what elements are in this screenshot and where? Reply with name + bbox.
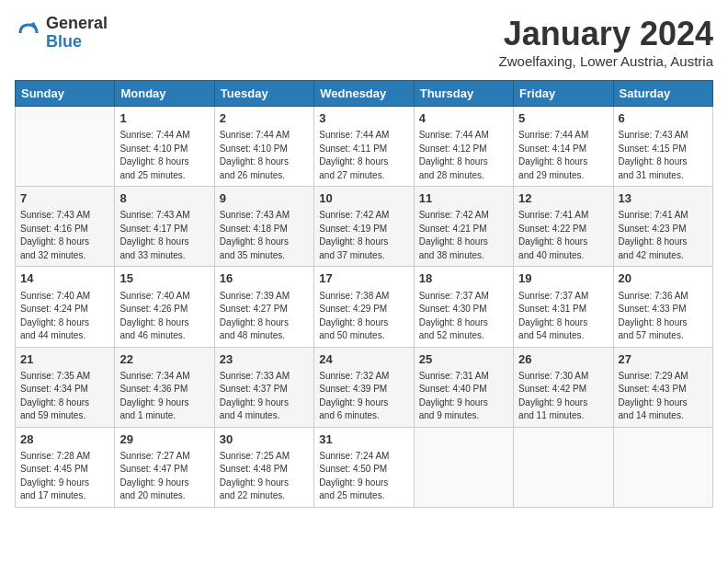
logo-text: General Blue [46, 15, 108, 52]
calendar-table: SundayMondayTuesdayWednesdayThursdayFrid… [15, 80, 713, 508]
calendar-cell: 13Sunrise: 7:41 AM Sunset: 4:23 PM Dayli… [613, 187, 712, 267]
calendar-cell: 1Sunrise: 7:44 AM Sunset: 4:10 PM Daylig… [115, 107, 214, 187]
day-number: 24 [319, 351, 408, 368]
logo-blue: Blue [46, 32, 82, 51]
calendar-cell: 29Sunrise: 7:27 AM Sunset: 4:47 PM Dayli… [115, 427, 214, 507]
calendar-cell: 25Sunrise: 7:31 AM Sunset: 4:40 PM Dayli… [414, 347, 513, 427]
calendar-cell: 10Sunrise: 7:42 AM Sunset: 4:19 PM Dayli… [314, 187, 414, 267]
calendar-cell: 3Sunrise: 7:44 AM Sunset: 4:11 PM Daylig… [314, 107, 414, 187]
day-number: 4 [419, 110, 508, 127]
day-info: Sunrise: 7:43 AM Sunset: 4:15 PM Dayligh… [619, 129, 708, 182]
day-info: Sunrise: 7:37 AM Sunset: 4:30 PM Dayligh… [419, 290, 508, 343]
weekday-header-cell: Wednesday [314, 81, 414, 107]
day-info: Sunrise: 7:27 AM Sunset: 4:47 PM Dayligh… [119, 450, 209, 503]
calendar-cell: 12Sunrise: 7:41 AM Sunset: 4:22 PM Dayli… [514, 187, 613, 267]
weekday-header-cell: Friday [514, 81, 613, 107]
day-number: 20 [619, 270, 708, 287]
weekday-header: SundayMondayTuesdayWednesdayThursdayFrid… [16, 81, 713, 107]
calendar-cell: 7Sunrise: 7:43 AM Sunset: 4:16 PM Daylig… [16, 187, 115, 267]
day-number: 3 [319, 110, 408, 127]
day-info: Sunrise: 7:42 AM Sunset: 4:19 PM Dayligh… [319, 209, 408, 262]
day-info: Sunrise: 7:40 AM Sunset: 4:26 PM Dayligh… [119, 290, 209, 343]
day-info: Sunrise: 7:29 AM Sunset: 4:43 PM Dayligh… [619, 370, 708, 423]
day-info: Sunrise: 7:34 AM Sunset: 4:36 PM Dayligh… [119, 370, 209, 423]
day-number: 10 [319, 190, 408, 207]
day-info: Sunrise: 7:44 AM Sunset: 4:10 PM Dayligh… [220, 129, 309, 182]
day-number: 6 [619, 110, 708, 127]
day-number: 23 [220, 351, 309, 368]
day-info: Sunrise: 7:38 AM Sunset: 4:29 PM Dayligh… [319, 290, 408, 343]
day-number: 17 [319, 270, 408, 287]
day-number: 29 [119, 431, 209, 448]
day-info: Sunrise: 7:30 AM Sunset: 4:42 PM Dayligh… [518, 370, 608, 423]
day-number: 16 [220, 270, 309, 287]
calendar-cell: 15Sunrise: 7:40 AM Sunset: 4:26 PM Dayli… [115, 267, 214, 347]
calendar-cell [514, 427, 613, 507]
calendar-cell: 4Sunrise: 7:44 AM Sunset: 4:12 PM Daylig… [414, 107, 513, 187]
day-info: Sunrise: 7:28 AM Sunset: 4:45 PM Dayligh… [20, 450, 109, 503]
calendar-cell: 20Sunrise: 7:36 AM Sunset: 4:33 PM Dayli… [613, 267, 712, 347]
calendar-body: 1Sunrise: 7:44 AM Sunset: 4:10 PM Daylig… [16, 107, 713, 508]
location: Zwoelfaxing, Lower Austria, Austria [499, 53, 713, 69]
calendar-cell [414, 427, 513, 507]
calendar-week-row: 1Sunrise: 7:44 AM Sunset: 4:10 PM Daylig… [16, 107, 713, 187]
calendar-cell: 28Sunrise: 7:28 AM Sunset: 4:45 PM Dayli… [16, 427, 115, 507]
calendar-cell: 21Sunrise: 7:35 AM Sunset: 4:34 PM Dayli… [16, 347, 115, 427]
day-info: Sunrise: 7:39 AM Sunset: 4:27 PM Dayligh… [220, 290, 309, 343]
calendar-cell: 11Sunrise: 7:42 AM Sunset: 4:21 PM Dayli… [414, 187, 513, 267]
day-number: 19 [518, 270, 608, 287]
day-number: 12 [518, 190, 608, 207]
calendar-cell: 2Sunrise: 7:44 AM Sunset: 4:10 PM Daylig… [214, 107, 313, 187]
day-number: 26 [518, 351, 608, 368]
day-number: 27 [619, 351, 708, 368]
calendar-cell: 23Sunrise: 7:33 AM Sunset: 4:37 PM Dayli… [214, 347, 313, 427]
day-info: Sunrise: 7:44 AM Sunset: 4:14 PM Dayligh… [518, 129, 608, 182]
calendar-week-row: 28Sunrise: 7:28 AM Sunset: 4:45 PM Dayli… [16, 427, 713, 507]
day-number: 13 [619, 190, 708, 207]
title-block: January 2024 Zwoelfaxing, Lower Austria,… [499, 15, 713, 69]
weekday-header-cell: Thursday [414, 81, 513, 107]
logo-icon [15, 19, 42, 47]
calendar-week-row: 21Sunrise: 7:35 AM Sunset: 4:34 PM Dayli… [16, 347, 713, 427]
day-info: Sunrise: 7:42 AM Sunset: 4:21 PM Dayligh… [419, 209, 508, 262]
page-header: General Blue January 2024 Zwoelfaxing, L… [15, 15, 713, 69]
day-number: 14 [20, 270, 109, 287]
day-number: 28 [20, 431, 109, 448]
calendar-week-row: 7Sunrise: 7:43 AM Sunset: 4:16 PM Daylig… [16, 187, 713, 267]
calendar-cell: 8Sunrise: 7:43 AM Sunset: 4:17 PM Daylig… [115, 187, 214, 267]
day-info: Sunrise: 7:43 AM Sunset: 4:16 PM Dayligh… [20, 209, 109, 262]
day-info: Sunrise: 7:41 AM Sunset: 4:23 PM Dayligh… [619, 209, 708, 262]
calendar-cell: 22Sunrise: 7:34 AM Sunset: 4:36 PM Dayli… [115, 347, 214, 427]
day-number: 31 [319, 431, 408, 448]
day-number: 15 [119, 270, 209, 287]
day-info: Sunrise: 7:37 AM Sunset: 4:31 PM Dayligh… [518, 290, 608, 343]
calendar-cell: 24Sunrise: 7:32 AM Sunset: 4:39 PM Dayli… [314, 347, 414, 427]
day-number: 2 [220, 110, 309, 127]
calendar-cell: 17Sunrise: 7:38 AM Sunset: 4:29 PM Dayli… [314, 267, 414, 347]
day-number: 21 [20, 351, 109, 368]
calendar-cell: 18Sunrise: 7:37 AM Sunset: 4:30 PM Dayli… [414, 267, 513, 347]
calendar-week-row: 14Sunrise: 7:40 AM Sunset: 4:24 PM Dayli… [16, 267, 713, 347]
day-info: Sunrise: 7:44 AM Sunset: 4:12 PM Dayligh… [419, 129, 508, 182]
day-number: 8 [119, 190, 209, 207]
day-info: Sunrise: 7:24 AM Sunset: 4:50 PM Dayligh… [319, 450, 408, 503]
day-info: Sunrise: 7:25 AM Sunset: 4:48 PM Dayligh… [220, 450, 309, 503]
day-number: 7 [20, 190, 109, 207]
day-info: Sunrise: 7:44 AM Sunset: 4:10 PM Dayligh… [119, 129, 209, 182]
calendar-cell: 27Sunrise: 7:29 AM Sunset: 4:43 PM Dayli… [613, 347, 712, 427]
calendar-cell: 14Sunrise: 7:40 AM Sunset: 4:24 PM Dayli… [16, 267, 115, 347]
calendar-cell: 16Sunrise: 7:39 AM Sunset: 4:27 PM Dayli… [214, 267, 313, 347]
weekday-header-cell: Tuesday [214, 81, 313, 107]
calendar-cell: 30Sunrise: 7:25 AM Sunset: 4:48 PM Dayli… [214, 427, 313, 507]
day-number: 9 [220, 190, 309, 207]
logo-general: General [46, 14, 108, 32]
day-number: 25 [419, 351, 508, 368]
calendar-cell: 31Sunrise: 7:24 AM Sunset: 4:50 PM Dayli… [314, 427, 414, 507]
day-info: Sunrise: 7:31 AM Sunset: 4:40 PM Dayligh… [419, 370, 508, 423]
logo: General Blue [15, 15, 108, 52]
day-info: Sunrise: 7:44 AM Sunset: 4:11 PM Dayligh… [319, 129, 408, 182]
calendar-cell: 26Sunrise: 7:30 AM Sunset: 4:42 PM Dayli… [514, 347, 613, 427]
day-number: 18 [419, 270, 508, 287]
day-number: 1 [119, 110, 209, 127]
calendar-cell: 9Sunrise: 7:43 AM Sunset: 4:18 PM Daylig… [214, 187, 313, 267]
